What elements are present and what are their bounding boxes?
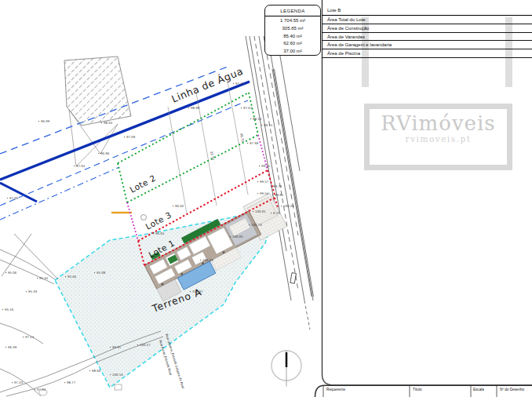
elevation-label: 6.70 — [273, 211, 280, 215]
panel-borders — [315, 0, 532, 397]
watermark: RVimóveis rvimoveis.pt — [364, 104, 512, 170]
legend-label: Área Total do Lote — [322, 16, 532, 24]
elevation-marker — [7, 198, 8, 198]
elevation-marker — [271, 186, 271, 187]
title-block-field: Requerente — [326, 388, 345, 392]
legend-label: Área de Piscina — [322, 49, 532, 58]
watermark-title: RVimóveis — [370, 112, 507, 134]
elevation-label: 96.02 — [175, 204, 184, 208]
title-block-field: Nº do Desenho — [500, 388, 524, 392]
plan-label: Lote 3 — [144, 209, 173, 231]
elevation-marker — [37, 278, 38, 279]
elevation-marker — [241, 107, 242, 108]
elevation-label: 100.20 — [283, 204, 294, 208]
elevation-label: 97.04 — [76, 164, 86, 168]
elevation-marker — [23, 337, 24, 337]
legend-header: LEGENDA — [265, 5, 320, 16]
elevation-marker — [247, 143, 248, 144]
water-dashdot-lower — [0, 167, 119, 220]
elevation-marker — [94, 272, 95, 273]
elevation-marker — [272, 195, 273, 195]
elevation-label: 100.05 — [232, 235, 243, 239]
legend-values-column: LEGENDA 1 704.55 m² 305.65 m² 85.40 m² 6… — [264, 5, 321, 56]
elevation-marker — [89, 370, 90, 371]
elevation-label: 100.29 — [202, 258, 213, 262]
elevation-marker — [110, 347, 111, 348]
elevation-label: 96.96 — [100, 151, 110, 155]
elevation-marker — [249, 224, 250, 225]
elevation-marker — [188, 107, 189, 108]
legend-value: 37.00 m² — [265, 47, 320, 55]
elevation-marker — [5, 347, 6, 348]
elevation-label: 96.99 — [41, 119, 50, 123]
elevation-label: 99.54 — [260, 191, 269, 195]
north-arrow — [271, 351, 301, 387]
site-plan-sheet: 96.9998.0496.9697.0497.0998.9897.0095.06… — [0, 0, 532, 397]
elevation-label: 95.66 — [67, 275, 77, 279]
elevation-marker — [101, 122, 102, 123]
elevation-label: 98.98 — [191, 106, 200, 110]
elevation-marker — [137, 344, 138, 345]
legend-value: 1 704.55 m² — [265, 16, 320, 24]
elevation-marker — [65, 276, 66, 277]
legend-label: Área de Garagem e lavandaria — [322, 41, 532, 49]
elevation-marker — [257, 193, 258, 194]
elevation-label: 95.16 — [5, 308, 14, 311]
elevation-label: 97.74 — [235, 82, 245, 86]
legend-value: 305.65 m² — [265, 24, 320, 32]
road-lines — [246, 36, 314, 330]
elevation-label: 99.91 — [275, 193, 284, 197]
elevation-label: 97.23 — [14, 381, 24, 384]
elevation-marker — [35, 389, 35, 390]
legend-label: Área de Varandas — [322, 33, 532, 42]
elevation-label: 95.06 — [8, 271, 17, 275]
elevation-label: 97.00 — [9, 196, 19, 200]
elevation-label: 98.06 — [92, 369, 101, 373]
elevation-label: 99.70 — [273, 184, 282, 188]
elevation-label: 99.91 — [112, 345, 122, 349]
title-block-field: Escala — [473, 388, 484, 392]
title-block-field: Título — [413, 388, 422, 392]
elevation-label: 97.09 — [126, 135, 136, 139]
elevation-label: 97.67 — [243, 106, 253, 110]
elevation-marker — [98, 153, 99, 154]
elevation-label: 99.57 — [260, 180, 269, 184]
legend-value: 62.60 m² — [265, 39, 320, 47]
elevation-marker — [230, 236, 231, 237]
elevation-marker — [200, 260, 201, 260]
legend-lot-header: Lote B — [322, 5, 532, 16]
plan-label: 36.72 — [239, 133, 245, 143]
elevation-marker — [38, 121, 39, 122]
elevation-marker — [64, 382, 65, 383]
elevation-label: 96.39 — [8, 345, 17, 349]
elevation-marker — [281, 206, 282, 206]
elevation-label: 99.41 — [261, 164, 271, 168]
elevation-label: 96.04 — [155, 231, 165, 235]
plan-label: Lote 2 — [128, 173, 157, 194]
legend-label: Área de Construção — [322, 24, 532, 33]
elevation-label: 100.01 — [255, 209, 266, 213]
elevation-label: 100.73 — [251, 223, 262, 227]
elevation-marker — [257, 181, 258, 182]
elevation-marker — [233, 83, 234, 84]
elevation-label: 100.16 — [112, 373, 123, 377]
elevation-marker — [110, 374, 111, 375]
elevation-label: 98.10 — [253, 117, 262, 121]
elevation-marker — [124, 137, 125, 137]
elevation-label: 97.04 — [37, 388, 46, 392]
plan-label: 32.72 — [210, 151, 215, 161]
elevation-label: 97.14 — [25, 335, 35, 339]
well-circle — [141, 215, 147, 220]
elevation-label: 95.33 — [28, 290, 38, 293]
legend-value: 85.40 m² — [265, 32, 320, 40]
elevation-label: 98.04 — [104, 121, 113, 125]
elevation-marker — [261, 125, 262, 126]
elevation-marker — [5, 272, 6, 273]
elevation-marker — [253, 211, 253, 212]
elevation-marker — [26, 291, 27, 292]
elevation-label: 97.99 — [250, 141, 259, 145]
elevation-marker — [259, 166, 260, 166]
title-block-labels: RequerenteTítuloEscalaNº do Desenho — [326, 388, 524, 392]
legend-table: LEGENDA 1 704.55 m² 305.65 m² 85.40 m² 6… — [264, 3, 532, 56]
elevation-label: 99.15 — [264, 123, 273, 127]
